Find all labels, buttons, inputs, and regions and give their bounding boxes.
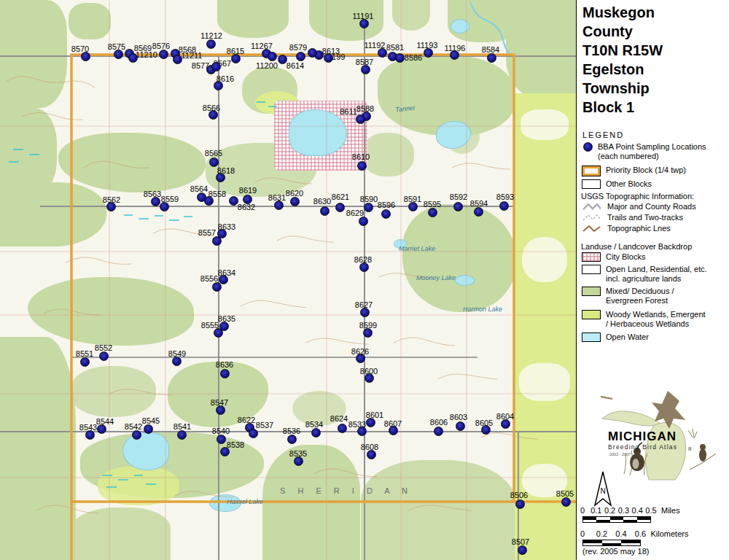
scale-bar-segment bbox=[583, 543, 602, 546]
bba-point-8562 bbox=[106, 202, 116, 211]
logo-subtitle: Breeding Bird Atlas bbox=[608, 443, 677, 451]
bba-point-label-8632: 8632 bbox=[238, 203, 255, 211]
legend-item-open-land: Open Land, Residential, etc. incl. agric… bbox=[582, 265, 707, 284]
legend-forest-label: Mixed/ Deciduous / bbox=[606, 287, 674, 296]
bba-point-8627 bbox=[360, 308, 370, 317]
bba-point-8590 bbox=[364, 203, 373, 212]
bba-point-11200 bbox=[268, 52, 277, 61]
bba-point-8542 bbox=[132, 430, 141, 440]
bba-point-8507 bbox=[518, 545, 527, 555]
bba-point-8505 bbox=[561, 497, 571, 507]
scale-tick: 0.3 bbox=[618, 506, 629, 515]
bba-point-label-8545: 8545 bbox=[142, 417, 160, 425]
bba-point-8632 bbox=[229, 196, 238, 206]
bba-point-8626 bbox=[356, 354, 365, 363]
scale-bar-segment bbox=[596, 520, 609, 523]
bba-point-8579 bbox=[296, 52, 305, 61]
bba-point-8606 bbox=[434, 427, 443, 436]
bba-point-label-8564: 8564 bbox=[190, 185, 208, 193]
scale-bar-segment bbox=[583, 520, 596, 523]
legend-open-land-label-2: incl. agriculture lands bbox=[606, 274, 707, 284]
bba-point-label-8576: 8576 bbox=[152, 42, 170, 50]
legend-city-label: City Blocks bbox=[606, 252, 645, 261]
legend-item-priority-block: Priority Block (1/4 twp) bbox=[582, 166, 686, 176]
legend-roads-label: Major and County Roads bbox=[607, 202, 696, 211]
bba-point-8535 bbox=[294, 456, 303, 466]
legend-bba-label: BBA Point Sampling Locations bbox=[598, 142, 706, 152]
bba-point bbox=[308, 48, 317, 58]
legend-open-land-label: Open Land, Residential, etc. bbox=[606, 265, 707, 274]
logo-years: 2002 - 2007 bbox=[609, 452, 631, 456]
bba-point-8555 bbox=[214, 328, 223, 338]
bba-point-8575 bbox=[114, 50, 123, 59]
bba-point-8610 bbox=[357, 161, 367, 171]
perched-bird-illustration bbox=[688, 429, 716, 470]
page-title: Muskegon County T10N R15W Egelston Towns… bbox=[582, 3, 663, 117]
priority-block-swatch bbox=[582, 166, 601, 176]
bba-point-8620 bbox=[290, 197, 300, 206]
bba-point-label-8565: 8565 bbox=[205, 149, 222, 158]
legend-topo-label: Topographic Lnes bbox=[607, 224, 671, 233]
township-name-label: S H E R I D A N bbox=[280, 486, 413, 495]
landuse-heading: Landuse / Landcover Backdrop bbox=[581, 242, 692, 251]
revision-note: (rev. 2005 may 18) bbox=[582, 547, 650, 556]
bba-point-8566 bbox=[208, 110, 218, 120]
bba-point-label-8542: 8542 bbox=[125, 423, 142, 431]
bba-point-8592 bbox=[453, 202, 463, 211]
bba-point-label-8506: 8506 bbox=[510, 491, 528, 499]
scale-tick: 0.4 bbox=[615, 529, 626, 538]
scale-bar-segment bbox=[610, 520, 623, 523]
bba-point-label-11211: 11211 bbox=[182, 52, 203, 60]
contour-lines bbox=[6, 77, 538, 513]
road-line-icon bbox=[582, 202, 602, 211]
scale-tick: 0.6 bbox=[635, 529, 646, 538]
legend-other-label: Other Blocks bbox=[606, 179, 652, 188]
miles-scale-bar bbox=[582, 516, 651, 523]
bba-point-8584 bbox=[487, 53, 496, 63]
mbba-logo: MICHIGAN Breeding Bird Atlas 2002 - 2007… bbox=[580, 388, 726, 483]
scale-bar-segment bbox=[621, 543, 640, 546]
other-blocks-swatch bbox=[582, 179, 601, 189]
bba-point-label-8611: 8611 bbox=[340, 108, 357, 116]
bba-point-8549 bbox=[172, 357, 182, 366]
km-scale-ticks: 00.20.40.6Kilometers bbox=[582, 529, 725, 538]
bba-point-8596 bbox=[381, 209, 391, 219]
marsh-marks bbox=[9, 102, 277, 487]
bba-point-8594 bbox=[474, 207, 483, 217]
legend-wetland-label: Woody Wetlands, Emergent bbox=[606, 310, 706, 319]
bba-point-8565 bbox=[209, 158, 219, 167]
bba-point-11191 bbox=[359, 19, 369, 28]
bba-point-label-8593: 8593 bbox=[496, 193, 514, 201]
bba-point-8587 bbox=[361, 65, 370, 74]
bba-point-8559 bbox=[160, 202, 169, 211]
scale-tick: 0.2 bbox=[596, 529, 607, 538]
bba-point-8630 bbox=[320, 206, 330, 216]
trail-line-icon bbox=[582, 213, 602, 222]
legend-item-roads: Major and County Roads bbox=[582, 202, 696, 211]
legend-heading: LEGEND bbox=[582, 131, 624, 139]
bba-point-8619 bbox=[243, 195, 252, 204]
north-label: N bbox=[600, 487, 605, 495]
bba-point-8534 bbox=[311, 428, 321, 438]
bba-point-8551 bbox=[80, 357, 90, 367]
bba-point-11210 bbox=[128, 53, 138, 63]
bba-point-8543 bbox=[85, 430, 95, 440]
bba-point-11196 bbox=[450, 50, 459, 60]
legend-item-open-water: Open Water bbox=[582, 332, 649, 342]
open-land-swatch bbox=[582, 265, 601, 274]
scale-bar-segment bbox=[623, 520, 636, 523]
bba-point-label-8538: 8538 bbox=[227, 441, 244, 449]
bba-point-label-8557: 8557 bbox=[198, 229, 216, 237]
bba-point-label-8619: 8619 bbox=[239, 187, 257, 195]
legend-item-wetlands: Woody Wetlands, Emergent / Herbaceous We… bbox=[582, 310, 706, 329]
bba-point-8631 bbox=[274, 201, 284, 210]
bba-point-label-8630: 8630 bbox=[313, 198, 331, 206]
bba-point-8599 bbox=[363, 328, 373, 338]
bba-point-8604 bbox=[501, 419, 510, 429]
bba-point-8544 bbox=[97, 424, 106, 434]
roads-layer bbox=[0, 20, 576, 560]
bba-point-label-8537: 8537 bbox=[256, 421, 273, 429]
open-water-swatch bbox=[582, 332, 601, 342]
bba-point-label-8606: 8606 bbox=[430, 419, 448, 427]
bba-point-8636 bbox=[220, 369, 230, 378]
